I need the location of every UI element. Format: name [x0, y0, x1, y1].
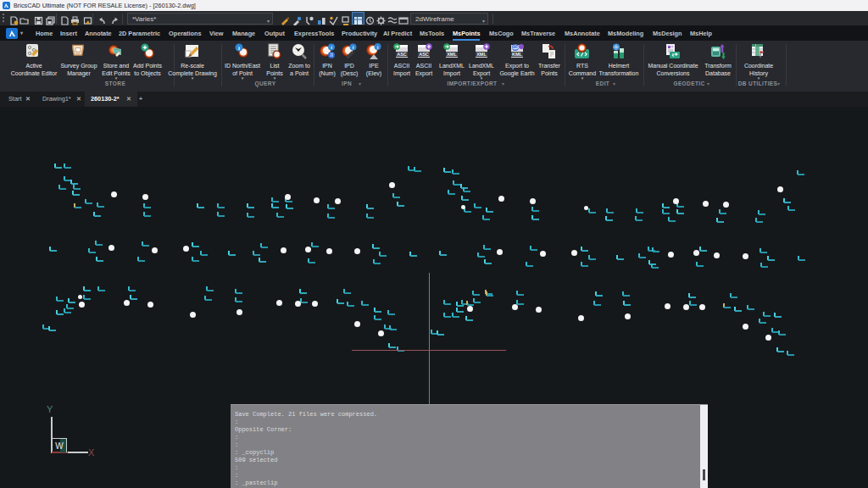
- svg-text:KML: KML: [512, 52, 523, 57]
- svg-text:XML: XML: [447, 52, 457, 57]
- svg-text:ASC: ASC: [397, 52, 407, 57]
- svg-text:i: i: [238, 45, 240, 52]
- svg-text:ASC: ASC: [419, 52, 429, 57]
- svg-text:XML: XML: [476, 52, 487, 57]
